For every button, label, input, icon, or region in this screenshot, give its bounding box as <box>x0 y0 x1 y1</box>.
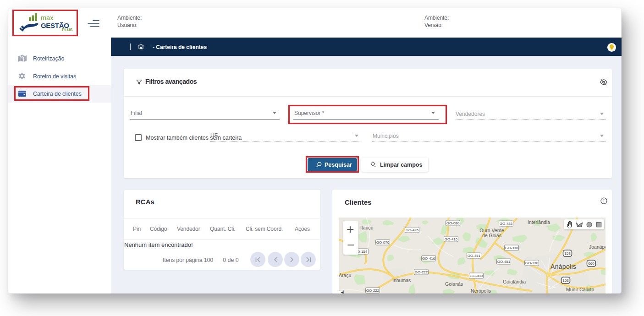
svg-text:GO-433: GO-433 <box>500 222 513 226</box>
svg-text:GO-222: GO-222 <box>415 270 428 274</box>
svg-text:GO-080: GO-080 <box>446 221 460 225</box>
svg-text:GO-080: GO-080 <box>470 274 483 278</box>
svg-text:GO-416: GO-416 <box>422 256 435 261</box>
svg-text:060: 060 <box>588 262 594 266</box>
svg-text:Goialândia: Goialândia <box>503 279 526 284</box>
svg-text:0-154: 0-154 <box>358 250 368 254</box>
svg-text:GO-330: GO-330 <box>505 246 518 250</box>
svg-text:Interlândia: Interlândia <box>528 219 550 225</box>
svg-text:Anápolis: Anápolis <box>550 263 576 270</box>
svg-text:Munir Calixto: Munir Calixto <box>566 287 594 292</box>
svg-text:Nerópolis: Nerópolis <box>471 288 491 294</box>
svg-text:153: 153 <box>564 251 571 256</box>
svg-text:Joanápo: Joanápo <box>589 244 605 250</box>
svg-text:GO-426: GO-426 <box>406 228 419 232</box>
svg-text:GO-330: GO-330 <box>525 261 539 265</box>
svg-text:GO-451: GO-451 <box>497 260 511 264</box>
svg-text:GO-222: GO-222 <box>366 289 380 293</box>
svg-text:Araçu: Araçu <box>339 272 352 278</box>
svg-text:de Goiás: de Goiás <box>482 233 501 238</box>
svg-text:153: 153 <box>562 278 569 283</box>
svg-text:GO-070: GO-070 <box>376 240 390 245</box>
svg-text:Goianás: Goianás <box>445 281 463 287</box>
svg-text:GO-451: GO-451 <box>468 254 481 258</box>
svg-text:Inhumas: Inhumas <box>392 278 411 283</box>
svg-text:GO-416: GO-416 <box>445 237 458 241</box>
svg-text:Itauçu: Itauçu <box>360 225 374 230</box>
